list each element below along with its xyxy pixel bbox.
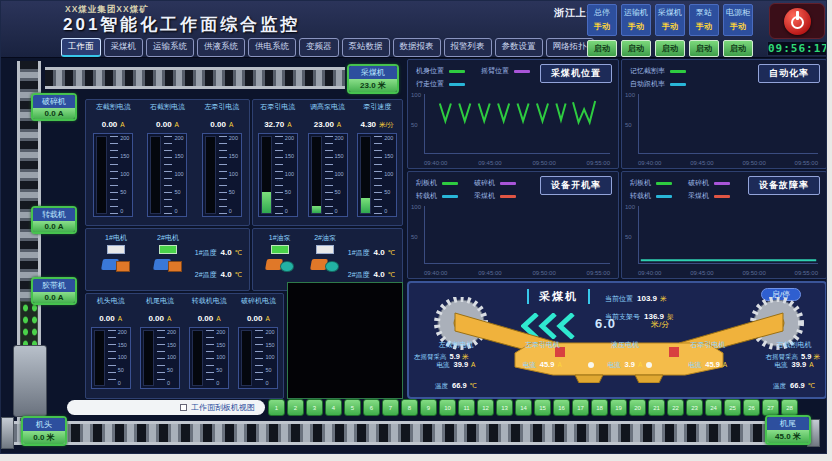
chart-title-button[interactable]: 采煤机位置 [540,64,612,83]
x-tick: 09:40:00 [424,160,447,166]
legend-label: 机身位置 [416,66,444,76]
control-mode-label: 手动 [656,21,684,32]
tick-label: 0 [174,209,183,215]
gauge-value: 4.30米/分 [360,113,393,131]
tick-label: 100 [384,172,393,178]
support-button-24[interactable]: 24 [705,399,722,416]
control-mode-4[interactable]: 电源柜手动 [723,4,753,36]
scraper-conveyor-graphic [5,421,809,445]
crusher-tag[interactable]: 破碎机 0.0 A [31,93,77,121]
chart-title-button[interactable]: 自动化率 [758,64,820,83]
support-button-21[interactable]: 21 [648,399,665,416]
page-title: 201智能化工作面综合监控 [63,13,300,36]
support-button-25[interactable]: 25 [724,399,741,416]
emergency-stop-button[interactable] [769,3,825,39]
gauge-unit: A [337,121,341,128]
support-button-18[interactable]: 18 [591,399,608,416]
support-button-14[interactable]: 14 [515,399,532,416]
support-button-1[interactable]: 1 [268,399,285,416]
tab-2[interactable]: 运输系统 [146,38,194,57]
tick-label: 200 [216,330,225,336]
control-mode-2[interactable]: 采煤机手动 [655,4,685,36]
tab-7[interactable]: 数据报表 [393,38,441,57]
support-button-17[interactable]: 17 [572,399,589,416]
tick-label: 100 [167,355,176,361]
loader-tag[interactable]: 转载机 0.0 A [31,206,77,234]
legend-label: 采煤机 [688,191,709,201]
tab-1[interactable]: 采煤机 [104,38,144,57]
tab-3[interactable]: 供液系统 [197,38,245,57]
gauge-unit: A [120,121,124,128]
control-mode-0[interactable]: 总停手动 [587,4,617,36]
gauge-value: 0.00A [102,113,125,131]
control-start-button-1[interactable]: 启动 [621,40,651,57]
row-label: 电流 [775,361,788,368]
control-start-button-0[interactable]: 启动 [587,40,617,57]
chart-legend: 机身位置摇臂位置行走位置 [416,66,530,89]
support-button-7[interactable]: 7 [382,399,399,416]
power-icon [784,8,811,35]
support-button-5[interactable]: 5 [344,399,361,416]
support-button-13[interactable]: 13 [496,399,513,416]
video-feed[interactable] [287,282,403,399]
gauge-bar: 200150100500 [308,133,348,217]
support-button-8[interactable]: 8 [401,399,418,416]
support-button-15[interactable]: 15 [534,399,551,416]
tail-tag[interactable]: 机尾 45.0 米 [765,415,811,445]
shearer-position-tag[interactable]: 采煤机 23.0 米 [347,64,399,94]
support-button-19[interactable]: 19 [610,399,627,416]
gauge-value: 0.00A [198,307,221,325]
control-start-button-4[interactable]: 启动 [723,40,753,57]
support-button-12[interactable]: 12 [477,399,494,416]
control-start-button-2[interactable]: 启动 [655,40,685,57]
temperature-readouts: 1#温度4.0℃2#温度4.0℃ [348,233,398,288]
tab-4[interactable]: 供电系统 [248,38,296,57]
control-mode-3[interactable]: 泵站手动 [689,4,719,36]
temp-unit: ℃ [388,249,395,256]
pump-group-1: 2#油泵 [302,233,347,288]
gauge-unit: A [229,121,233,128]
support-button-28[interactable]: 28 [781,399,798,416]
tab-9[interactable]: 参数设置 [495,38,543,57]
tick-label: 50 [229,190,238,196]
legend-swatch [514,70,530,73]
control-mode-1[interactable]: 运输机手动 [621,4,651,36]
row-value: 66.9 [452,381,467,390]
gauge-top-2: 左牵引电流0.00A200150100500 [195,100,249,225]
chart-title-button[interactable]: 设备故障率 [748,176,820,195]
support-button-20[interactable]: 20 [629,399,646,416]
support-button-3[interactable]: 3 [306,399,323,416]
head-tag[interactable]: 机头 0.0 米 [21,416,67,446]
gauge-number: 0.00 [210,120,226,129]
control-start-button-3[interactable]: 启动 [689,40,719,57]
support-button-10[interactable]: 10 [439,399,456,416]
legend-label: 摇臂位置 [481,66,509,76]
legend-label: 转载机 [630,191,651,201]
tick-label: 200 [265,330,274,336]
support-button-9[interactable]: 9 [420,399,437,416]
scraper-view-toggle[interactable]: 工作面刮板机视图 [67,400,265,415]
support-button-27[interactable]: 27 [762,399,779,416]
belt-tag[interactable]: 胶带机 0.0 A [31,277,77,305]
support-button-23[interactable]: 23 [686,399,703,416]
support-button-2[interactable]: 2 [287,399,304,416]
support-button-26[interactable]: 26 [743,399,760,416]
support-button-11[interactable]: 11 [458,399,475,416]
support-button-22[interactable]: 22 [667,399,684,416]
support-button-6[interactable]: 6 [363,399,380,416]
tick-label: 150 [174,154,183,160]
chart-title-button[interactable]: 设备开机率 [540,176,612,195]
tab-8[interactable]: 报警列表 [444,38,492,57]
legend-swatch [449,83,465,86]
tab-0[interactable]: 工作面 [61,38,101,57]
motor-row: 电流3.9A [608,351,643,373]
gauge-track [261,136,272,214]
support-button-4[interactable]: 4 [325,399,342,416]
support-button-16[interactable]: 16 [553,399,570,416]
x-tick: 09:55:00 [795,160,818,166]
tab-5[interactable]: 变频器 [299,38,339,57]
row-value: 66.9 [790,381,805,390]
tab-6[interactable]: 泵站数据 [342,38,390,57]
row-unit: A [471,361,475,368]
gauge-label: 机尾电流 [146,296,174,306]
